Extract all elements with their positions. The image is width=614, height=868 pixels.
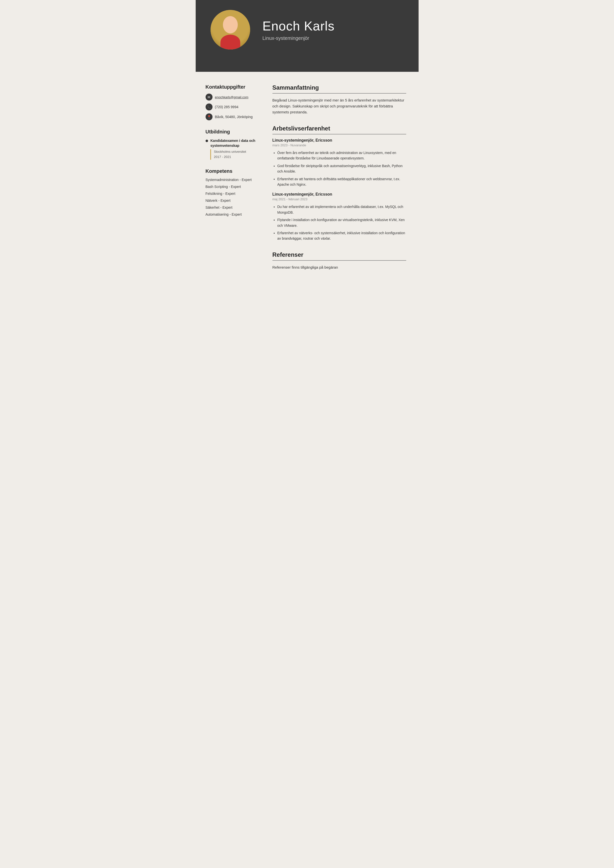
job-1-bullet-1: Över fem års erfarenhet av teknik och ad… xyxy=(277,150,406,161)
email-item: ✉ enochkarls@gmail.com xyxy=(205,94,258,101)
right-content: Sammanfattning Begåvad Linux-systemingen… xyxy=(265,79,418,285)
email-link[interactable]: enochkarls@gmail.com xyxy=(215,95,249,99)
education-title: Utbildning xyxy=(205,129,258,135)
main-content: Kontaktuppgifter ✉ enochkarls@gmail.com … xyxy=(196,72,418,300)
job-1-bullet-3: Erfarenhet av att hantera och driftsätta… xyxy=(277,176,406,188)
candidate-title: Linux-systemingenjör xyxy=(263,36,334,41)
job-1-bullet-2: God förståelse för skriptspråk och autom… xyxy=(277,163,406,174)
contact-title: Kontaktuppgifter xyxy=(205,84,258,90)
job-2-bullets: Du har erfarenhet av att implementera oc… xyxy=(272,204,406,241)
job-1-title: Linux-systemingenjör, Ericsson xyxy=(272,138,406,143)
location-icon: 📍 xyxy=(205,113,213,120)
job-1-period: mars 2023 - Nuvarande xyxy=(272,143,406,147)
header-section: Enoch Karls Linux-systemingenjör xyxy=(196,0,418,59)
skill-2: Bash Scripting - Expert xyxy=(205,185,258,189)
skill-4: Nätverk - Expert xyxy=(205,198,258,203)
address-item: 📍 Båvik, 50480, Jönköping xyxy=(205,113,258,120)
edu-years: 2017 - 2021 xyxy=(214,155,258,160)
references-text: Referenser finns tillgängliga på begäran xyxy=(272,264,406,270)
job-2-bullet-1: Du har erfarenhet av att implementera oc… xyxy=(277,204,406,215)
skill-6: Automatisering - Expert xyxy=(205,212,258,216)
contact-section: Kontaktuppgifter ✉ enochkarls@gmail.com … xyxy=(205,84,258,120)
skill-5: Säkerhet - Expert xyxy=(205,206,258,209)
header-text: Enoch Karls Linux-systemingenjör xyxy=(263,19,334,41)
experience-title: Arbetslivserfarenhet xyxy=(272,125,406,135)
edu-dot-icon xyxy=(205,140,208,142)
skill-3: Felsökning - Expert xyxy=(205,192,258,195)
edu-school: Stockholms universitet xyxy=(214,149,258,155)
avatar xyxy=(210,10,250,50)
experience-section: Arbetslivserfarenhet Linux-systemingenjö… xyxy=(272,125,406,242)
job-2-bullet-3: Erfarenhet av nätverks- och systemsäkerh… xyxy=(277,230,406,242)
references-section: Referenser Referenser finns tillgängliga… xyxy=(272,251,406,270)
summary-section: Sammanfattning Begåvad Linux-systemingen… xyxy=(272,84,406,115)
skills-title: Kompetens xyxy=(205,168,258,174)
job-1-bullets: Över fem års erfarenhet av teknik och ad… xyxy=(272,150,406,187)
email-icon: ✉ xyxy=(205,94,213,101)
phone-icon: 📞 xyxy=(205,104,213,110)
education-section: Utbildning Kandidatexamen i data och sys… xyxy=(205,129,258,160)
skills-section: Kompetens Systemadministration - Expert … xyxy=(205,168,258,216)
skill-1: Systemadministration - Expert xyxy=(205,178,258,182)
edu-details: Stockholms universitet 2017 - 2021 xyxy=(210,149,258,160)
candidate-name: Enoch Karls xyxy=(263,19,334,33)
job-2: Linux-systemingenjör, Ericsson maj 2021 … xyxy=(272,192,406,241)
job-1: Linux-systemingenjör, Ericsson mars 2023… xyxy=(272,138,406,187)
phone-item: 📞 (720) 285 9994 xyxy=(205,104,258,110)
header-arrow xyxy=(196,59,418,72)
address-text: Båvik, 50480, Jönköping xyxy=(215,115,253,119)
summary-text: Begåvad Linux-systemingenjör med mer än … xyxy=(272,97,406,115)
edu-bullet: Kandidatexamen i data och systemvetenska… xyxy=(205,138,258,148)
job-2-period: maj 2021 - februari 2023 xyxy=(272,197,406,201)
job-2-bullet-2: Flytande i installation och konfiguratio… xyxy=(277,217,406,228)
phone-text: (720) 285 9994 xyxy=(215,105,238,109)
education-item: Kandidatexamen i data och systemvetenska… xyxy=(205,138,258,160)
edu-degree: Kandidatexamen i data och systemvetenska… xyxy=(210,138,258,148)
references-title: Referenser xyxy=(272,251,406,261)
summary-title: Sammanfattning xyxy=(272,84,406,94)
sidebar: Kontaktuppgifter ✉ enochkarls@gmail.com … xyxy=(196,79,265,285)
job-2-title: Linux-systemingenjör, Ericsson xyxy=(272,192,406,197)
avatar-image xyxy=(210,10,250,50)
